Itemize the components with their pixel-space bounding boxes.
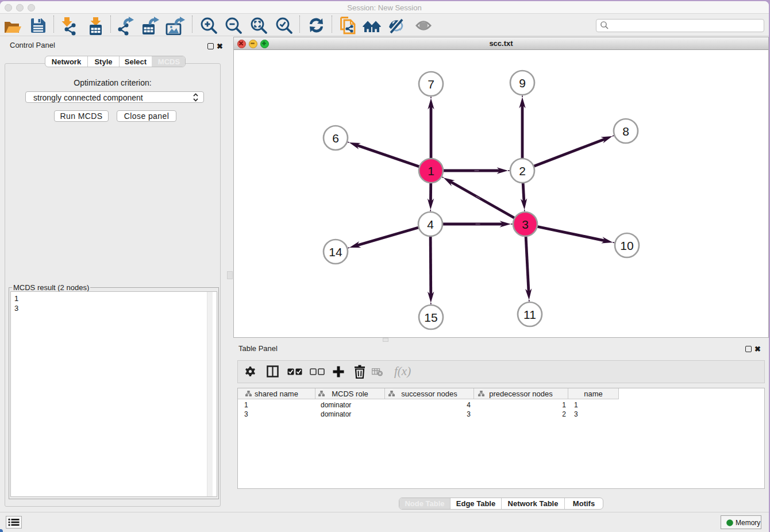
svg-text:4: 4: [427, 218, 434, 231]
svg-text:7: 7: [428, 78, 434, 91]
svg-text:3: 3: [522, 218, 529, 231]
svg-text:8: 8: [622, 125, 629, 138]
svg-text:10: 10: [620, 239, 633, 252]
svg-text:14: 14: [329, 245, 342, 259]
svg-text:6: 6: [332, 132, 339, 145]
svg-text:2: 2: [519, 164, 526, 178]
svg-text:11: 11: [523, 308, 536, 321]
svg-text:1: 1: [428, 164, 434, 178]
svg-text:9: 9: [519, 76, 526, 90]
svg-text:15: 15: [424, 311, 437, 324]
